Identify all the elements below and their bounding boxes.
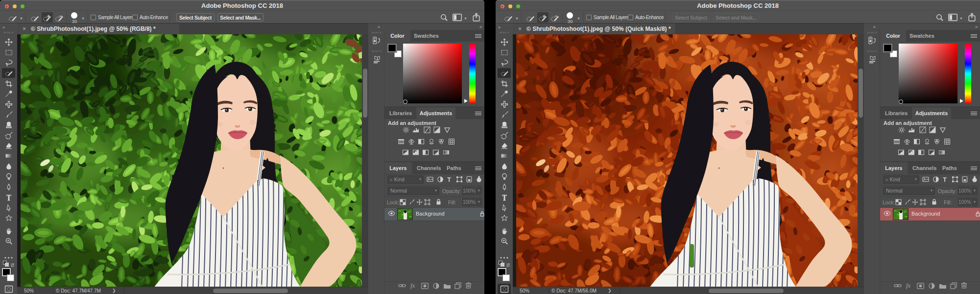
svg-text:T: T <box>943 176 947 183</box>
svg-text:T: T <box>447 176 451 183</box>
